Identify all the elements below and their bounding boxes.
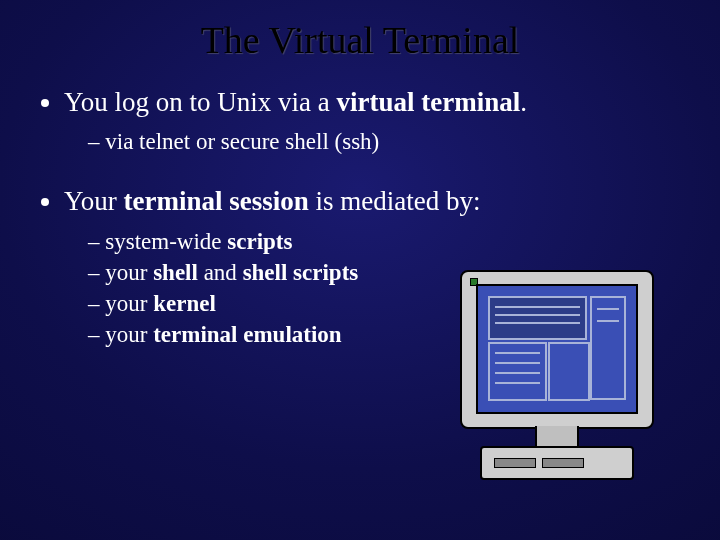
b2s1-bold: scripts — [227, 229, 292, 254]
b2-text-bold: terminal session — [124, 186, 309, 216]
bullet-1: You log on to Unix via a virtual termina… — [64, 84, 692, 157]
b2s1-pre: system-wide — [105, 229, 227, 254]
b2s2-pre: your — [105, 260, 153, 285]
b1s1-pre: via telnet or secure shell (ssh) — [105, 129, 379, 154]
b2s4-pre: your — [105, 322, 153, 347]
b2s3-pre: your — [105, 291, 153, 316]
b2-text-post: is mediated by: — [309, 186, 481, 216]
bullet-1-sub: via telnet or secure shell (ssh) — [64, 126, 692, 157]
slide-title: The Virtual Terminal — [0, 0, 720, 72]
b2s2-mid: and — [198, 260, 243, 285]
b2s3-bold: kernel — [153, 291, 216, 316]
b1-sub-1: via telnet or secure shell (ssh) — [88, 126, 692, 157]
b1-text-post: . — [520, 87, 527, 117]
b2s2-bold2: shell scripts — [243, 260, 359, 285]
b2s2-bold: shell — [153, 260, 198, 285]
b1-text-pre: You log on to Unix via a — [64, 87, 337, 117]
b2s4-bold: terminal emulation — [153, 322, 341, 347]
b2-sub-1: system-wide scripts — [88, 226, 692, 257]
b1-text-bold: virtual terminal — [337, 87, 521, 117]
b2-text-pre: Your — [64, 186, 124, 216]
computer-clipart-icon — [440, 270, 670, 500]
